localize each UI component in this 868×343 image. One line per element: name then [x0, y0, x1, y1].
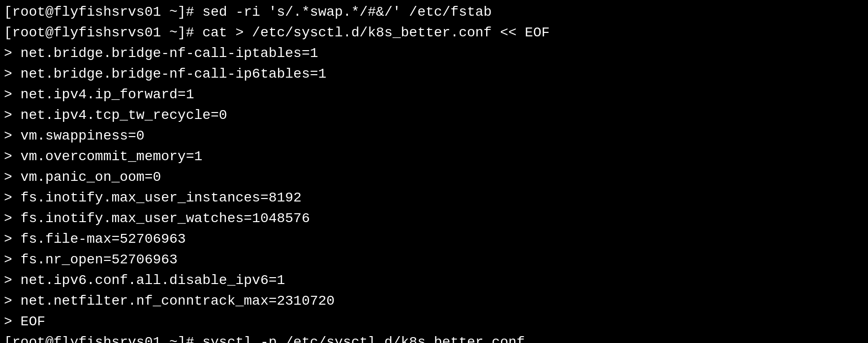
- terminal-line: > net.netfilter.nf_conntrack_max=2310720: [4, 291, 864, 312]
- terminal-container: [root@flyfishsrvs01 ~]# sed -ri 's/.*swa…: [4, 2, 864, 343]
- terminal-line: > net.bridge.bridge-nf-call-ip6tables=1: [4, 64, 864, 85]
- terminal-line: [root@flyfishsrvs01 ~]# cat > /etc/sysct…: [4, 23, 864, 43]
- terminal-line: > net.ipv4.tcp_tw_recycle=0: [4, 105, 864, 126]
- terminal-line: > EOF: [4, 312, 864, 332]
- terminal-line: > fs.inotify.max_user_watches=1048576: [4, 208, 864, 229]
- terminal-line: > net.ipv6.conf.all.disable_ipv6=1: [4, 270, 864, 291]
- terminal-line: > vm.swappiness=0: [4, 126, 864, 146]
- terminal-line: [root@flyfishsrvs01 ~]# sysctl -p /etc/s…: [4, 332, 864, 343]
- terminal-line: > net.bridge.bridge-nf-call-iptables=1: [4, 43, 864, 64]
- terminal-line: > fs.nr_open=52706963: [4, 250, 864, 270]
- terminal-line: [root@flyfishsrvs01 ~]# sed -ri 's/.*swa…: [4, 2, 864, 23]
- terminal-line: > fs.inotify.max_user_instances=8192: [4, 188, 864, 208]
- terminal-line: > vm.panic_on_oom=0: [4, 167, 864, 188]
- terminal-line: > fs.file-max=52706963: [4, 229, 864, 250]
- terminal-line: > net.ipv4.ip_forward=1: [4, 85, 864, 105]
- terminal-line: > vm.overcommit_memory=1: [4, 146, 864, 167]
